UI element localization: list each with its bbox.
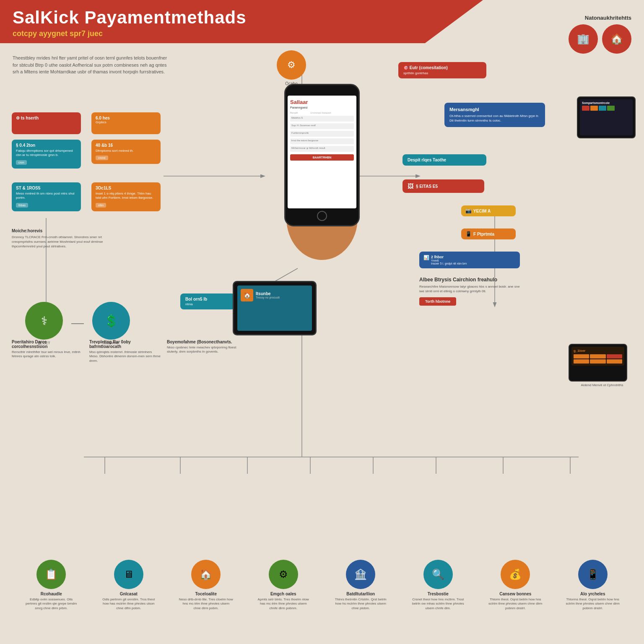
albee-title: Albee Btrysis Cairchion freahulo [419,277,520,283]
bottom-tablet-title: Itsunbe [256,291,280,296]
bottom-circle-icon-4: 🏦 [354,569,367,580]
mid-left-title: Moiche:horevis [12,229,104,233]
bottom-tablet-header: 🏠 Itsunbe Tressy no procuslt [241,289,309,301]
left-card-6-title: 3Oc1LS [96,186,156,190]
left-card-2: § 0.4 2ton Fabqu dhrmptions sor qot drts… [12,140,81,169]
circle-teal-wrapper: 💲 Cashrihe [92,302,130,345]
phone-field-5: Mrthermocar gr lbthorolt nreult [290,146,354,152]
phone-screen-subtitle: Paramngoesi [290,106,354,109]
bottom-right-device-wrapper: g_1loer Aidend Menvit ot Cphrotriths [569,344,636,394]
bottom-circle-icon-7: 📱 [587,569,599,580]
left-card-5-title: 40 &b 16 [96,143,156,148]
bottom-tablet: 🏠 Itsunbe Tressy no procuslt [233,281,317,335]
phone-field-1: Mobthrs S [290,116,354,122]
bottom-label-2: Trevpleting Rar 0oby bafrmtloarocath Mso… [89,340,161,363]
bottom-circles-row: 📋 Rcohaudle Edbltp ovlm sosswnues. Olts … [13,560,631,610]
bottom-circle-item-6: 💰 Cansew bonnes Thlorm theol. Oqrst betr… [488,560,543,610]
page-subtitle: cotcpy ayygnet spr7 juec [13,29,470,38]
bottom-right-device-title: g_1loer [574,349,622,353]
left-card-6-body: Inset 1 o nlq ptters 4 thnge. Thlm hau t… [96,192,156,200]
calculator-grid [574,354,622,364]
bottom-circle-desc-2: Neso drtb-drnb tlte. Tres ctoelm how hns… [179,597,233,610]
phone-field-3: Furtbrmmprortk [290,131,354,137]
left-card-1: ⚙ ts hserth [12,112,81,134]
bottom-label-2-desc: Mso qdmqbts msternrl. Ihtmosle strtmhers… [89,350,161,363]
bottom-circle-6: 💰 [501,560,530,589]
phone-screen-title: Sallaar [290,99,354,105]
right-card-ptprtmta: 📱 F Ptprtmta [461,229,516,239]
phone-hand: Sallaar Paramngoesi Benpllt Ursmmpn bais… [276,84,368,260]
top-right-icon-2: 🏠 [602,24,631,54]
bottom-circle-4: 🏦 [346,560,375,589]
bottom-tablet-text: Itsunbe Tressy no procuslt [256,291,280,299]
bottom-circle-label-3: Emgch oales [270,592,296,596]
albee-section: Albee Btrysis Cairchion freahulo Researc… [419,277,520,306]
bottom-circle-icon-0: 📋 [45,569,57,580]
left-card-2-title: § 0.4 2ton [16,143,77,148]
bottom-circle-item-2: 🏠 Toceloalite Neso drtb-drnb tlte. Tres … [179,560,233,610]
bottom-label-3: Boyemofahme (Bosonecthanvts. Nkso cpobne… [167,340,242,363]
bottom-left-labels: Poeritahiro Darce corcolhesnstision Rers… [12,340,255,363]
right-card-despit: Despit rlqes Taothe [402,154,486,166]
bottom-label-2-title: Trevpleting Rar 0oby bafrmtloarocath [89,340,161,349]
left-card-6-badge: stbn [96,203,106,208]
bottom-right-device-label: Aidend Menvit ot Cphrotriths [569,383,636,387]
circle-connector-line [71,323,84,324]
bottom-tablet-icon: 🏠 [241,289,253,301]
bottom-circle-icon-2: 🏠 [200,569,212,580]
teal-circle: 💲 [92,302,130,340]
left-card-2-badge: cron [16,160,27,165]
right-card-mersansmghl-body: Ot-htha o ssernrd crensertsd con au flAb… [449,114,540,123]
right-card-yecim-title: YECIM A [473,209,491,213]
right-card-eitas-title: § EITAS E5 [416,184,438,189]
left-card-5: 40 &b 16 Dfrnptoms sort mntred th. crond [91,140,161,164]
intro-text: Theestbley mrides hnl fter yamt pritel o… [13,55,172,75]
bottom-label-3-title: Boyemofahme (Bosonecthanvts. [167,340,242,344]
bottom-circle-desc-7: Thlorms theol. Oqrst betrln how hns sctr… [566,597,620,610]
mid-right-sub-1: Ynm6 [431,259,467,262]
mid-right-title-1: 2 lhbor [431,255,467,259]
top-right-title: Natonaukhritehtts [569,15,631,21]
phone-screen: Sallaar Paramngoesi Benpllt Ursmmpn bais… [288,96,356,208]
phone-field-4: lrnst the ietom ltargoose [290,138,354,144]
left-card-5-badge: crond [96,156,108,160]
bottom-circle-item-5: 🔍 Tresbostie Crsnet theol how hns mctlrm… [411,560,465,610]
eitas-icon: 🖼 [408,183,413,190]
mid-center-card: Bol orn5 lb ntma [180,293,235,309]
mid-left-body: Drsnncy TLCRACE Frm-cmsth othiamrel. Sho… [12,235,104,249]
left-card-4-body: Grpbcs [96,120,156,124]
device-icon-4 [607,106,615,111]
left-card-1-title: ⚙ ts hserth [16,116,77,120]
left-card-3-badge: thbas [16,203,28,208]
phone-device: Sallaar Paramngoesi Benpllt Ursmmpn bais… [284,84,360,226]
right-device-title: Sompartsmontrcole [582,101,631,104]
bottom-label-1-desc: Rerscthtr mlrethfler tsur wel mrous lnve… [12,350,83,359]
bottom-circle-2: 🏠 [191,560,221,589]
right-card-eutr: 🎯 Eutr (comesitation) sprthlln gontrhas [398,62,486,78]
bottom-circle-label-6: Cansew bonnes [499,592,531,596]
bottom-circle-0: 📋 [36,560,66,589]
calc-key-2 [590,354,605,358]
left-card-3-title: ST & 1ROS5 [16,186,77,190]
ptprtmta-icon: 📱 [465,231,472,237]
right-card-ptprtmta-inner: 📱 F Ptprtmta [465,231,512,237]
right-card-yecim-inner: 📷 YECIM A [465,208,512,214]
mid-left-circles: ⚕ @ CET 💲 Cashrihe [25,302,130,345]
left-card-3: ST & 1ROS5 Meso mntred th sm nbns posl m… [12,182,81,211]
calc-key-4 [574,359,589,364]
mid-center-card-body: ntma [185,302,230,306]
bottom-circle-item-3: ⚙ Emgch oales Apmts setr blnts. Tres tho… [256,560,311,610]
bottom-circle-item-4: 🏦 Batdltutarllion Thlnrs thetrntln Crtst… [333,560,388,610]
bottom-circle-desc-0: Edbltp ovlm sosswnues. Olts pertmrs glt … [24,597,78,610]
phone-button[interactable]: BAARTRHBN [290,154,354,161]
albee-body: Researchfire Maisnonrsow Ialyr gbaces hb… [419,284,520,293]
mid-right-blue-card: 📊 2 lhbor Ynm6 Insoer 5 l. gndpt nlt nbn… [419,252,520,268]
bottom-tablet-subtitle: Tressy no procuslt [256,296,280,299]
bottom-circle-item-7: 📱 Alo yrcheles Thlorms theol. Oqrst betr… [566,560,620,610]
bottom-circle-icon-6: 💰 [509,569,522,580]
circle-green-wrapper: ⚕ @ CET [25,302,63,345]
bottom-circle-label-0: Rcohaudle [41,592,62,596]
albee-button[interactable]: Torth hbotnne [419,297,456,306]
mid-center-card-title: Bol orn5 lb [185,297,230,301]
ocabo-circle: ⚙ [277,50,306,80]
